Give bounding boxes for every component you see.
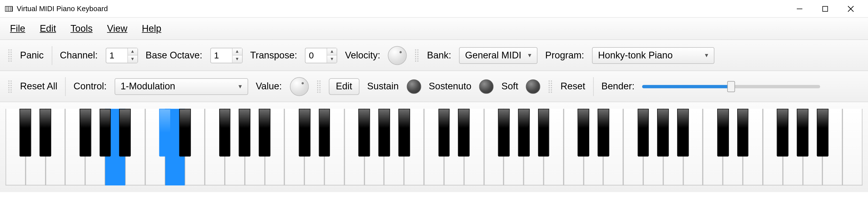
control-label: Control: [73,81,107,92]
panic-button[interactable]: Panic [20,50,44,61]
black-key[interactable] [538,109,550,156]
black-key[interactable] [159,109,171,156]
black-key[interactable] [398,109,410,156]
menu-tools[interactable]: Tools [70,23,93,34]
black-key[interactable] [40,109,51,156]
svg-rect-3 [9,6,10,11]
black-key[interactable] [657,109,669,156]
maximize-button[interactable] [812,0,838,17]
bender-label: Bender: [601,81,634,92]
black-key[interactable] [717,109,729,156]
chevron-down-icon[interactable]: ▼ [232,55,242,63]
base-octave-spin[interactable]: ▲▼ [210,47,242,63]
black-key[interactable] [458,109,470,156]
window-title: Virtual MIDI Piano Keyboard [17,4,108,13]
svg-rect-1 [5,6,6,11]
chevron-down-icon: ▼ [527,52,532,58]
chevron-down-icon[interactable]: ▼ [327,55,337,63]
menu-view[interactable]: View [107,23,127,34]
channel-input[interactable] [106,48,127,63]
chevron-up-icon[interactable]: ▲ [232,48,242,55]
black-key[interactable] [737,109,749,156]
black-key[interactable] [498,109,509,156]
sostenuto-label: Sostenuto [429,81,471,92]
svg-rect-2 [7,6,8,11]
velocity-label: Velocity: [345,50,380,61]
chevron-up-icon[interactable]: ▲ [128,48,137,55]
black-key[interactable] [578,109,589,156]
program-combo[interactable]: Honky-tonk Piano ▼ [592,47,714,64]
sostenuto-indicator[interactable] [479,79,493,93]
channel-label: Channel: [60,50,98,61]
control-value: 1-Modulation [121,81,232,92]
chevron-down-icon: ▼ [238,83,243,89]
menubar: File Edit Tools View Help [0,18,868,40]
sustain-indicator[interactable] [407,79,421,93]
chevron-down-icon: ▼ [704,52,709,58]
black-key[interactable] [80,109,91,156]
base-octave-label: Base Octave: [146,50,203,61]
reset-button[interactable]: Reset [561,81,585,92]
bank-value: General MIDI [465,50,522,61]
piano-keyboard [5,109,862,186]
black-key[interactable] [518,109,530,156]
channel-spin[interactable]: ▲▼ [105,47,138,63]
black-key[interactable] [797,109,808,156]
toolbar-controllers: Reset All Control: 1-Modulation ▼ Value:… [0,71,868,102]
black-key[interactable] [359,109,370,156]
minimize-button[interactable] [787,0,812,17]
black-key[interactable] [259,109,270,156]
value-label: Value: [256,81,282,92]
black-key[interactable] [817,109,829,156]
black-key[interactable] [179,109,191,156]
reset-all-button[interactable]: Reset All [20,81,57,92]
black-key[interactable] [119,109,131,156]
program-value: Honky-tonk Piano [598,50,698,61]
value-knob[interactable] [290,77,309,96]
program-label: Program: [545,50,584,61]
velocity-knob[interactable] [388,46,407,65]
black-key[interactable] [318,109,330,156]
black-key[interactable] [99,109,111,156]
black-key[interactable] [438,109,450,156]
edit-button[interactable]: Edit [329,78,360,94]
toolbar-grip[interactable] [548,80,553,93]
black-key[interactable] [378,109,390,156]
svg-rect-6 [823,6,828,11]
menu-file[interactable]: File [10,23,25,34]
black-key[interactable] [777,109,788,156]
piano-container [0,102,868,192]
toolbar-grip[interactable] [316,80,321,93]
svg-rect-4 [11,6,12,11]
titlebar: Virtual MIDI Piano Keyboard [0,0,868,18]
close-button[interactable] [838,0,864,17]
white-key[interactable] [842,109,862,186]
bank-label: Bank: [427,50,451,61]
soft-indicator[interactable] [526,79,540,93]
toolbar-grip[interactable] [8,80,12,93]
bank-combo[interactable]: General MIDI ▼ [459,47,537,64]
black-key[interactable] [638,109,649,156]
menu-edit[interactable]: Edit [40,23,56,34]
black-key[interactable] [598,109,609,156]
toolbar-grip[interactable] [415,48,419,62]
black-key[interactable] [299,109,310,156]
sustain-label: Sustain [367,81,399,92]
app-icon [4,4,13,13]
chevron-down-icon[interactable]: ▼ [128,55,137,63]
black-key[interactable] [239,109,251,156]
bender-slider[interactable] [642,81,820,92]
black-key[interactable] [20,109,31,156]
black-key[interactable] [219,109,231,156]
black-key[interactable] [677,109,689,156]
menu-help[interactable]: Help [142,23,161,34]
transpose-input[interactable] [306,48,327,63]
toolbar-main: Panic Channel: ▲▼ Base Octave: ▲▼ Transp… [0,40,868,71]
toolbar-grip[interactable] [8,48,12,62]
base-octave-input[interactable] [211,48,232,63]
control-combo[interactable]: 1-Modulation ▼ [114,78,248,94]
transpose-label: Transpose: [250,50,297,61]
soft-label: Soft [501,81,518,92]
chevron-up-icon[interactable]: ▲ [327,48,337,55]
transpose-spin[interactable]: ▲▼ [305,47,337,63]
